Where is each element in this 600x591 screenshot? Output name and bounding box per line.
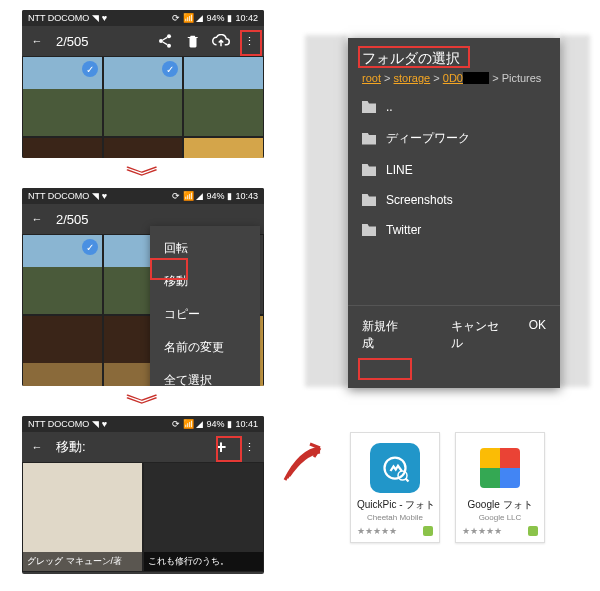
clock: 10:43 [235,191,258,201]
crumb-root[interactable]: root [362,72,381,84]
menu-select-all[interactable]: 全て選択 [150,364,260,386]
thumbnail[interactable] [183,137,264,158]
arrow-curve-icon [280,440,330,480]
folder-icon [362,101,376,113]
battery: 94% [206,419,224,429]
screenshot-2-menu: NTT DOCOMO◥ ♥ ⟳ 📶 ◢94%▮10:43 ← 2/505 ✓ 回… [22,188,264,386]
folder-select-dialog: フォルダの選択 root > storage > 0D0_ > Pictures… [348,38,560,388]
share-icon[interactable] [156,32,174,50]
battery: 94% [206,191,224,201]
menu-rename[interactable]: 名前の変更 [150,331,260,364]
app-rating: ★★★★★ [462,526,538,536]
folder-icon [362,133,376,145]
carrier: NTT DOCOMO [28,13,89,23]
cloud-upload-icon[interactable] [212,32,230,50]
dialog-title: フォルダの選択 [348,38,560,72]
carrier: NTT DOCOMO [28,419,89,429]
carrier: NTT DOCOMO [28,191,89,201]
folder-icon [362,224,376,236]
clock: 10:42 [235,13,258,23]
menu-move[interactable]: 移動 [150,265,260,298]
status-bar: NTT DOCOMO◥ ♥ ⟳ 📶 ◢94%▮10:42 [22,10,264,26]
thumbnail[interactable] [22,315,103,386]
back-icon[interactable]: ← [28,438,46,456]
google-photos-icon [475,443,525,493]
folder-item[interactable]: Screenshots [348,185,560,215]
move-title: 移動: [56,438,86,456]
dialog-buttons: 新規作成 キャンセル OK [348,305,560,364]
new-folder-button[interactable]: 新規作成 [362,318,407,352]
selection-counter: 2/505 [56,212,89,227]
menu-rotate[interactable]: 回転 [150,232,260,265]
album-grid: グレッグ マキューン/著 これも修行のうち。 [22,462,264,572]
thumbnail[interactable] [103,137,184,158]
app-name: QuickPic - フォトギ [357,499,433,511]
breadcrumb: root > storage > 0D0_ > Pictures [348,72,560,92]
ok-button[interactable]: OK [529,318,546,352]
album-caption: グレッグ マキューン/著 [23,552,142,571]
battery: 94% [206,13,224,23]
svg-point-1 [159,39,163,43]
screenshot-1-select: NTT DOCOMO◥ ♥ ⟳ 📶 ◢94%▮10:42 ← 2/505 ⋮ ✓… [22,10,264,158]
app-card-google-photos[interactable]: Google フォト Google LLC ★★★★★ [455,432,545,543]
thumbnail[interactable] [22,137,103,158]
folder-icon [362,194,376,206]
app-rating: ★★★★★ [357,526,433,536]
thumbnail[interactable]: ✓ [22,234,103,315]
svg-point-2 [167,44,171,48]
selection-counter: 2/505 [56,34,89,49]
app-developer: Google LLC [462,513,538,522]
folder-up[interactable]: .. [348,92,560,122]
album[interactable]: グレッグ マキューン/著 [22,462,143,572]
move-toolbar: ← 移動: + ⋮ [22,432,264,462]
folder-item[interactable]: ディープワーク [348,122,560,155]
menu-copy[interactable]: コピー [150,298,260,331]
svg-point-0 [167,34,171,38]
folder-icon [362,164,376,176]
crumb-id[interactable]: 0D0 [443,72,463,84]
quickpic-icon [370,443,420,493]
cancel-button[interactable]: キャンセル [451,318,507,352]
folder-item[interactable]: LINE [348,155,560,185]
status-bar: NTT DOCOMO◥ ♥ ⟳ 📶 ◢94%▮10:41 [22,416,264,432]
app-developer: Cheetah Mobile [357,513,433,522]
bg-blur-left [305,35,347,387]
checkmark-icon: ✓ [82,61,98,77]
photo-grid: ✓ ✓ [22,56,264,158]
trash-icon[interactable] [184,32,202,50]
more-icon[interactable]: ⋮ [240,438,258,456]
add-icon[interactable]: + [212,438,230,456]
app-card-quickpic[interactable]: QuickPic - フォトギ Cheetah Mobile ★★★★★ [350,432,440,543]
app-name: Google フォト [462,499,538,511]
checkmark-icon: ✓ [162,61,178,77]
overflow-menu: 回転 移動 コピー 名前の変更 全て選択 [150,226,260,386]
screenshot-3-move: NTT DOCOMO◥ ♥ ⟳ 📶 ◢94%▮10:41 ← 移動: + ⋮ グ… [22,416,264,574]
selection-toolbar: ← 2/505 ⋮ [22,26,264,56]
crumb-pictures: Pictures [502,72,542,84]
album[interactable]: これも修行のうち。 [143,462,264,572]
clock: 10:41 [235,419,258,429]
thumbnail[interactable] [183,56,264,137]
status-bar: NTT DOCOMO◥ ♥ ⟳ 📶 ◢94%▮10:43 [22,188,264,204]
back-icon[interactable]: ← [28,32,46,50]
bg-blur-right [560,35,590,387]
thumbnail[interactable]: ✓ [103,56,184,137]
album-caption: これも修行のうち。 [144,552,263,571]
checkmark-icon: ✓ [82,239,98,255]
folder-item[interactable]: Twitter [348,215,560,245]
thumbnail[interactable]: ✓ [22,56,103,137]
more-icon[interactable]: ⋮ [240,32,258,50]
back-icon[interactable]: ← [28,210,46,228]
crumb-storage[interactable]: storage [394,72,431,84]
